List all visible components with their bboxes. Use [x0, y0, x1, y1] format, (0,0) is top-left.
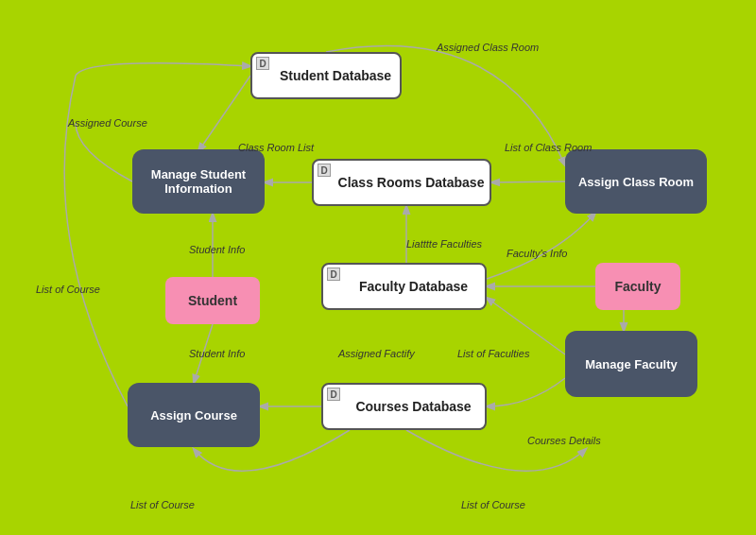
student-entity-node[interactable]: Student — [165, 277, 260, 324]
manage-student-label: Manage Student Information — [132, 167, 265, 196]
classrooms-database-node[interactable]: D Class Rooms Database — [312, 159, 491, 206]
manage-faculty-label: Manage Faculty — [585, 357, 678, 371]
manage-faculty-node[interactable]: Manage Faculty — [565, 331, 697, 397]
student-database-node[interactable]: D Student Database — [250, 52, 402, 99]
label-courses-details: Courses Details — [527, 435, 601, 446]
label-classroom-list: Class Room List — [238, 142, 314, 153]
label-list-of-classroom: List of Class Room — [505, 142, 592, 153]
manage-student-node[interactable]: Manage Student Information — [132, 149, 265, 214]
student-db-label: Student Database — [280, 68, 391, 83]
label-list-of-faculties: List of Faculties — [457, 348, 529, 359]
diagram-container: D Student Database D Class Rooms Databas… — [0, 0, 756, 535]
label-list-of-course-bottom-right: List of Course — [461, 499, 525, 510]
courses-database-node[interactable]: D Courses Database — [321, 383, 487, 430]
assign-course-node[interactable]: Assign Course — [128, 383, 260, 447]
label-liatttte-faculties: Liatttte Faculties — [406, 238, 482, 250]
db-icon-student: D — [256, 57, 269, 70]
faculty-entity-label: Faculty — [614, 279, 661, 294]
label-student-info-2: Student Info — [189, 348, 245, 359]
faculty-database-node[interactable]: D Faculty Database — [321, 263, 487, 310]
label-assigned-factify: Assigned Factify — [338, 348, 415, 359]
label-assigned-classroom: Assigned Class Room — [437, 42, 539, 53]
db-icon-classrooms: D — [318, 164, 331, 177]
assign-course-label: Assign Course — [150, 408, 237, 423]
courses-db-label: Courses Database — [355, 399, 471, 414]
classrooms-db-label: Class Rooms Database — [338, 175, 485, 190]
label-facultys-info: Faculty's Info — [507, 248, 567, 259]
label-assigned-course: Assigned Course — [68, 117, 147, 129]
db-icon-faculty: D — [327, 268, 340, 281]
faculty-db-label: Faculty Database — [359, 279, 468, 294]
label-list-of-course-left: List of Course — [36, 284, 100, 295]
assign-classroom-label: Assign Class Room — [578, 175, 694, 189]
assign-classroom-node[interactable]: Assign Class Room — [565, 149, 707, 214]
label-list-of-course-bottom-left: List of Course — [130, 499, 195, 510]
label-student-info-1: Student Info — [189, 244, 245, 255]
student-entity-label: Student — [188, 293, 237, 308]
db-icon-courses: D — [327, 388, 340, 401]
faculty-entity-node[interactable]: Faculty — [595, 263, 680, 310]
